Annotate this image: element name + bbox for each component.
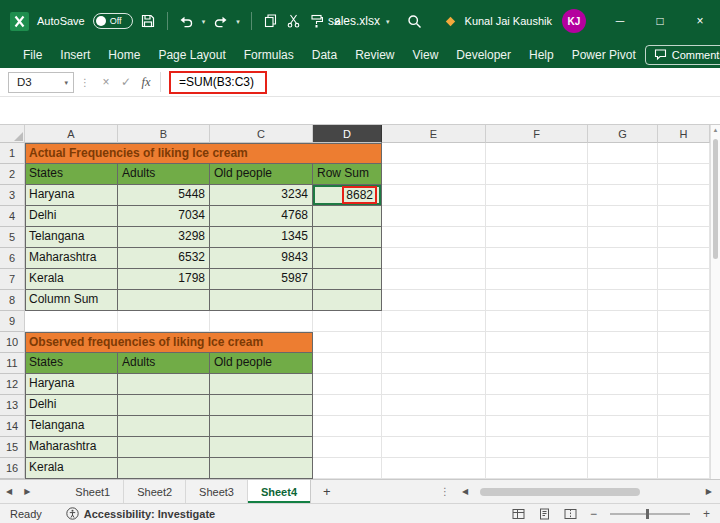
cell-E11[interactable] — [382, 353, 486, 374]
tabbar-menu-icon[interactable]: ⋮ — [432, 480, 458, 503]
cell-B8[interactable] — [118, 290, 210, 311]
column-header-F[interactable]: F — [486, 125, 588, 143]
cell-A14[interactable]: Telangana — [25, 416, 118, 437]
scroll-up-icon[interactable]: ▲ — [711, 127, 720, 133]
cell-E5[interactable] — [382, 227, 486, 248]
cell-F5[interactable] — [486, 227, 588, 248]
column-header-C[interactable]: C — [210, 125, 313, 143]
cell-F2[interactable] — [486, 164, 588, 185]
cell-D7[interactable] — [313, 269, 382, 290]
cell-A3[interactable]: Haryana — [25, 185, 118, 206]
cell-G9[interactable] — [588, 311, 658, 332]
cell-E16[interactable] — [382, 458, 486, 479]
cell-A5[interactable]: Telangana — [25, 227, 118, 248]
ribbon-tab-formulas[interactable]: Formulas — [235, 42, 303, 68]
new-sheet-button[interactable]: + — [311, 480, 343, 503]
cell-H13[interactable] — [658, 395, 710, 416]
cell-E15[interactable] — [382, 437, 486, 458]
row-header-7[interactable]: 7 — [0, 269, 25, 290]
maximize-button[interactable]: □ — [640, 0, 680, 42]
ribbon-tab-developer[interactable]: Developer — [447, 42, 520, 68]
cell-H15[interactable] — [658, 437, 710, 458]
confirm-entry-icon[interactable]: ✓ — [116, 75, 136, 89]
scroll-left-icon[interactable]: ◀ — [458, 487, 472, 496]
ribbon-tab-review[interactable]: Review — [346, 42, 403, 68]
horizontal-scroll-track[interactable] — [472, 487, 702, 496]
minimize-button[interactable]: ─ — [600, 0, 640, 42]
cell-B5[interactable]: 3298 — [118, 227, 210, 248]
cell-E4[interactable] — [382, 206, 486, 227]
select-all-button[interactable] — [0, 125, 25, 143]
cell-G11[interactable] — [588, 353, 658, 374]
cell-C16[interactable] — [210, 458, 313, 479]
column-header-B[interactable]: B — [118, 125, 210, 143]
close-button[interactable]: × — [680, 0, 720, 42]
cell-G10[interactable] — [588, 332, 658, 353]
row-header-6[interactable]: 6 — [0, 248, 25, 269]
cell-G14[interactable] — [588, 416, 658, 437]
sheet-tab-sheet3[interactable]: Sheet3 — [186, 480, 248, 503]
cell-F4[interactable] — [486, 206, 588, 227]
cell-G7[interactable] — [588, 269, 658, 290]
file-name[interactable]: sales.xlsx ▾ — [328, 0, 390, 42]
cell-C15[interactable] — [210, 437, 313, 458]
sheet-tab-sheet1[interactable]: Sheet1 — [62, 480, 124, 503]
cell-D6[interactable] — [313, 248, 382, 269]
cell-G6[interactable] — [588, 248, 658, 269]
vertical-scrollbar[interactable]: ▲ — [710, 125, 720, 479]
row-header-1[interactable]: 1 — [0, 143, 25, 164]
cell-F9[interactable] — [486, 311, 588, 332]
cell-A8[interactable]: Column Sum — [25, 290, 118, 311]
undo-dropdown-icon[interactable]: ▾ — [202, 18, 206, 25]
sheet-nav-left-icon[interactable]: ◀ — [0, 480, 18, 503]
cell-H2[interactable] — [658, 164, 710, 185]
cell-H6[interactable] — [658, 248, 710, 269]
cell-E13[interactable] — [382, 395, 486, 416]
row-header-13[interactable]: 13 — [0, 395, 25, 416]
cell-D13[interactable] — [313, 395, 382, 416]
cell-G8[interactable] — [588, 290, 658, 311]
sheet-nav-right-icon[interactable]: ▶ — [18, 480, 36, 503]
undo-icon[interactable] — [179, 15, 194, 28]
cell-A6[interactable]: Maharashtra — [25, 248, 118, 269]
cell-A16[interactable]: Kerala — [25, 458, 118, 479]
zoom-out-icon[interactable]: − — [590, 508, 597, 520]
cell-A15[interactable]: Maharashtra — [25, 437, 118, 458]
cell-H16[interactable] — [658, 458, 710, 479]
cell-A9[interactable] — [25, 311, 118, 332]
cell-G5[interactable] — [588, 227, 658, 248]
vertical-scroll-thumb[interactable] — [713, 139, 718, 259]
cell-D8[interactable] — [313, 290, 382, 311]
comments-button[interactable]: Comments — [645, 45, 720, 65]
cell-G3[interactable] — [588, 185, 658, 206]
cell-F7[interactable] — [486, 269, 588, 290]
ribbon-tab-page-layout[interactable]: Page Layout — [149, 42, 234, 68]
accessibility-status[interactable]: Accessibility: Investigate — [84, 508, 215, 520]
cell-B4[interactable]: 7034 — [118, 206, 210, 227]
cell-A2[interactable]: States — [25, 164, 118, 185]
cell-C6[interactable]: 9843 — [210, 248, 313, 269]
scroll-right-icon[interactable]: ▶ — [702, 487, 716, 496]
zoom-in-icon[interactable]: + — [703, 508, 710, 520]
cell-G1[interactable] — [588, 143, 658, 164]
ribbon-tab-help[interactable]: Help — [520, 42, 563, 68]
cell-B16[interactable] — [118, 458, 210, 479]
cell-B6[interactable]: 6532 — [118, 248, 210, 269]
cell-A1[interactable]: Actual Frequencies of liking Ice cream — [25, 143, 382, 164]
cell-H7[interactable] — [658, 269, 710, 290]
row-header-8[interactable]: 8 — [0, 290, 25, 311]
row-header-10[interactable]: 10 — [0, 332, 25, 353]
ribbon-tab-view[interactable]: View — [404, 42, 448, 68]
cell-F10[interactable] — [486, 332, 588, 353]
cancel-entry-icon[interactable]: × — [96, 75, 116, 89]
ribbon-tab-power-pivot[interactable]: Power Pivot — [563, 42, 645, 68]
cell-D3[interactable]: 8682 — [313, 185, 382, 206]
cell-F13[interactable] — [486, 395, 588, 416]
cell-G4[interactable] — [588, 206, 658, 227]
cell-D2[interactable]: Row Sum — [313, 164, 382, 185]
horizontal-scroll-thumb[interactable] — [480, 488, 640, 496]
cell-F15[interactable] — [486, 437, 588, 458]
cell-F1[interactable] — [486, 143, 588, 164]
cell-B9[interactable] — [118, 311, 210, 332]
cell-C8[interactable] — [210, 290, 313, 311]
